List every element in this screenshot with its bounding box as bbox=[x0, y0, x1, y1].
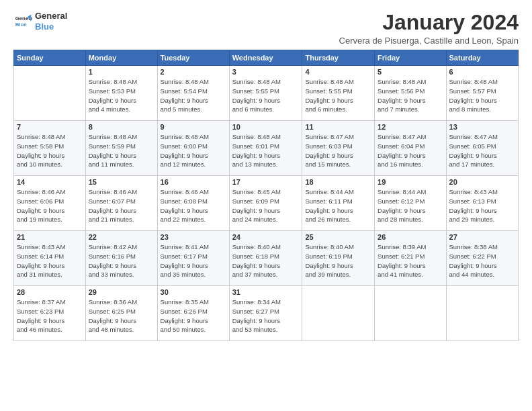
day-info: Sunrise: 8:39 AM Sunset: 6:21 PM Dayligh… bbox=[378, 242, 443, 279]
day-info: Sunrise: 8:40 AM Sunset: 6:19 PM Dayligh… bbox=[305, 242, 371, 279]
calendar-cell: 19Sunrise: 8:44 AM Sunset: 6:12 PM Dayli… bbox=[375, 176, 446, 231]
calendar-cell bbox=[14, 66, 86, 121]
calendar-cell: 8Sunrise: 8:48 AM Sunset: 5:59 PM Daylig… bbox=[85, 121, 157, 176]
day-info: Sunrise: 8:48 AM Sunset: 5:53 PM Dayligh… bbox=[89, 77, 154, 114]
day-info: Sunrise: 8:48 AM Sunset: 5:59 PM Dayligh… bbox=[89, 132, 154, 169]
weekday-header: Friday bbox=[375, 50, 446, 66]
day-number: 25 bbox=[305, 233, 371, 241]
calendar-cell: 6Sunrise: 8:48 AM Sunset: 5:57 PM Daylig… bbox=[446, 66, 518, 121]
day-info: Sunrise: 8:47 AM Sunset: 6:04 PM Dayligh… bbox=[378, 132, 443, 169]
calendar-week-row: 7Sunrise: 8:48 AM Sunset: 5:58 PM Daylig… bbox=[14, 121, 519, 176]
calendar-cell: 3Sunrise: 8:48 AM Sunset: 5:55 PM Daylig… bbox=[229, 66, 302, 121]
day-info: Sunrise: 8:42 AM Sunset: 6:16 PM Dayligh… bbox=[89, 242, 154, 279]
day-info: Sunrise: 8:47 AM Sunset: 6:03 PM Dayligh… bbox=[305, 132, 371, 169]
title-block: January 2024 Cervera de Pisuerga, Castil… bbox=[339, 11, 519, 46]
day-info: Sunrise: 8:37 AM Sunset: 6:23 PM Dayligh… bbox=[17, 298, 83, 334]
calendar-cell: 25Sunrise: 8:40 AM Sunset: 6:19 PM Dayli… bbox=[302, 231, 375, 286]
calendar-cell: 16Sunrise: 8:46 AM Sunset: 6:08 PM Dayli… bbox=[157, 176, 229, 231]
calendar-cell: 7Sunrise: 8:48 AM Sunset: 5:58 PM Daylig… bbox=[14, 121, 86, 176]
day-number: 30 bbox=[161, 288, 226, 296]
logo-line2: Blue bbox=[35, 21, 67, 32]
day-number: 5 bbox=[378, 68, 443, 76]
day-info: Sunrise: 8:45 AM Sunset: 6:09 PM Dayligh… bbox=[232, 187, 300, 224]
calendar-cell bbox=[302, 286, 375, 341]
day-info: Sunrise: 8:48 AM Sunset: 6:00 PM Dayligh… bbox=[161, 132, 226, 169]
logo-line1: General bbox=[35, 11, 67, 21]
calendar-cell: 9Sunrise: 8:48 AM Sunset: 6:00 PM Daylig… bbox=[157, 121, 229, 176]
day-number: 13 bbox=[449, 123, 515, 131]
day-info: Sunrise: 8:46 AM Sunset: 6:08 PM Dayligh… bbox=[161, 187, 226, 224]
day-info: Sunrise: 8:48 AM Sunset: 5:57 PM Dayligh… bbox=[449, 77, 515, 114]
subtitle: Cervera de Pisuerga, Castille and Leon, … bbox=[339, 36, 519, 46]
day-number: 17 bbox=[232, 178, 300, 186]
day-info: Sunrise: 8:48 AM Sunset: 5:54 PM Dayligh… bbox=[161, 77, 226, 114]
day-number: 4 bbox=[305, 68, 371, 76]
day-number: 12 bbox=[378, 123, 443, 131]
day-number: 15 bbox=[89, 178, 154, 186]
day-info: Sunrise: 8:40 AM Sunset: 6:18 PM Dayligh… bbox=[232, 242, 300, 279]
day-info: Sunrise: 8:46 AM Sunset: 6:06 PM Dayligh… bbox=[17, 187, 83, 224]
day-info: Sunrise: 8:36 AM Sunset: 6:25 PM Dayligh… bbox=[89, 298, 154, 334]
weekday-header: Thursday bbox=[302, 50, 375, 66]
day-number: 3 bbox=[232, 68, 300, 76]
calendar-cell bbox=[375, 286, 446, 341]
calendar-cell: 22Sunrise: 8:42 AM Sunset: 6:16 PM Dayli… bbox=[85, 231, 157, 286]
calendar-cell: 14Sunrise: 8:46 AM Sunset: 6:06 PM Dayli… bbox=[14, 176, 86, 231]
calendar-cell: 28Sunrise: 8:37 AM Sunset: 6:23 PM Dayli… bbox=[14, 286, 86, 341]
day-number: 6 bbox=[449, 68, 515, 76]
day-info: Sunrise: 8:48 AM Sunset: 5:58 PM Dayligh… bbox=[17, 132, 83, 169]
day-number: 18 bbox=[305, 178, 371, 186]
day-info: Sunrise: 8:35 AM Sunset: 6:26 PM Dayligh… bbox=[161, 298, 226, 334]
calendar-cell: 29Sunrise: 8:36 AM Sunset: 6:25 PM Dayli… bbox=[85, 286, 157, 341]
day-info: Sunrise: 8:48 AM Sunset: 6:01 PM Dayligh… bbox=[232, 132, 300, 169]
day-number: 11 bbox=[305, 123, 371, 131]
weekday-header: Monday bbox=[85, 50, 157, 66]
weekday-header: Wednesday bbox=[229, 50, 302, 66]
day-number: 7 bbox=[17, 123, 83, 131]
day-info: Sunrise: 8:48 AM Sunset: 5:55 PM Dayligh… bbox=[232, 77, 300, 114]
day-number: 16 bbox=[161, 178, 226, 186]
calendar-cell: 13Sunrise: 8:47 AM Sunset: 6:05 PM Dayli… bbox=[446, 121, 518, 176]
day-number: 9 bbox=[161, 123, 226, 131]
day-info: Sunrise: 8:48 AM Sunset: 5:55 PM Dayligh… bbox=[305, 77, 371, 114]
day-number: 21 bbox=[17, 233, 83, 241]
calendar-cell: 31Sunrise: 8:34 AM Sunset: 6:27 PM Dayli… bbox=[229, 286, 302, 341]
calendar-cell: 24Sunrise: 8:40 AM Sunset: 6:18 PM Dayli… bbox=[229, 231, 302, 286]
day-number: 1 bbox=[89, 68, 154, 76]
day-number: 19 bbox=[378, 178, 443, 186]
calendar-week-row: 14Sunrise: 8:46 AM Sunset: 6:06 PM Dayli… bbox=[14, 176, 519, 231]
logo-icon: General Blue bbox=[13, 12, 32, 31]
calendar-cell: 17Sunrise: 8:45 AM Sunset: 6:09 PM Dayli… bbox=[229, 176, 302, 231]
calendar-cell: 26Sunrise: 8:39 AM Sunset: 6:21 PM Dayli… bbox=[375, 231, 446, 286]
day-info: Sunrise: 8:46 AM Sunset: 6:07 PM Dayligh… bbox=[89, 187, 154, 224]
weekday-header: Saturday bbox=[446, 50, 518, 66]
calendar-cell: 23Sunrise: 8:41 AM Sunset: 6:17 PM Dayli… bbox=[157, 231, 229, 286]
calendar-cell: 12Sunrise: 8:47 AM Sunset: 6:04 PM Dayli… bbox=[375, 121, 446, 176]
day-info: Sunrise: 8:47 AM Sunset: 6:05 PM Dayligh… bbox=[449, 132, 515, 169]
calendar-cell: 5Sunrise: 8:48 AM Sunset: 5:56 PM Daylig… bbox=[375, 66, 446, 121]
day-info: Sunrise: 8:48 AM Sunset: 5:56 PM Dayligh… bbox=[378, 77, 443, 114]
weekday-header: Tuesday bbox=[157, 50, 229, 66]
weekday-header-row: SundayMondayTuesdayWednesdayThursdayFrid… bbox=[14, 50, 519, 66]
month-title: January 2024 bbox=[339, 11, 519, 34]
header: General Blue General Blue January 2024 C… bbox=[13, 11, 519, 46]
calendar-week-row: 28Sunrise: 8:37 AM Sunset: 6:23 PM Dayli… bbox=[14, 286, 519, 341]
day-number: 23 bbox=[161, 233, 226, 241]
calendar-cell: 10Sunrise: 8:48 AM Sunset: 6:01 PM Dayli… bbox=[229, 121, 302, 176]
day-info: Sunrise: 8:44 AM Sunset: 6:12 PM Dayligh… bbox=[378, 187, 443, 224]
day-number: 10 bbox=[232, 123, 300, 131]
svg-text:Blue: Blue bbox=[15, 21, 28, 28]
day-info: Sunrise: 8:43 AM Sunset: 6:13 PM Dayligh… bbox=[449, 187, 515, 224]
day-info: Sunrise: 8:44 AM Sunset: 6:11 PM Dayligh… bbox=[305, 187, 371, 224]
calendar-cell: 2Sunrise: 8:48 AM Sunset: 5:54 PM Daylig… bbox=[157, 66, 229, 121]
day-number: 29 bbox=[89, 288, 154, 296]
calendar-cell: 4Sunrise: 8:48 AM Sunset: 5:55 PM Daylig… bbox=[302, 66, 375, 121]
day-info: Sunrise: 8:38 AM Sunset: 6:22 PM Dayligh… bbox=[449, 242, 515, 279]
calendar-cell: 27Sunrise: 8:38 AM Sunset: 6:22 PM Dayli… bbox=[446, 231, 518, 286]
calendar-cell: 20Sunrise: 8:43 AM Sunset: 6:13 PM Dayli… bbox=[446, 176, 518, 231]
weekday-header: Sunday bbox=[14, 50, 86, 66]
day-info: Sunrise: 8:41 AM Sunset: 6:17 PM Dayligh… bbox=[161, 242, 226, 279]
page: General Blue General Blue January 2024 C… bbox=[0, 0, 532, 411]
calendar-cell: 30Sunrise: 8:35 AM Sunset: 6:26 PM Dayli… bbox=[157, 286, 229, 341]
calendar-cell: 21Sunrise: 8:43 AM Sunset: 6:14 PM Dayli… bbox=[14, 231, 86, 286]
